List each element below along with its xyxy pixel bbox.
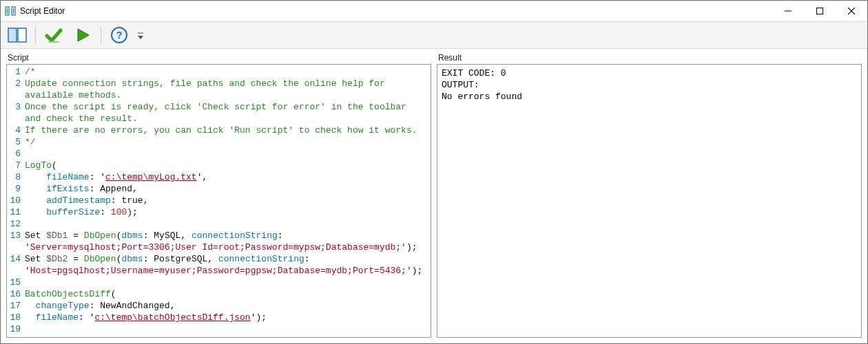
result-panel-label: Result	[437, 53, 862, 64]
line-number: 6	[7, 148, 25, 160]
script-panel-label: Script	[6, 53, 431, 64]
maximize-button[interactable]	[804, 1, 836, 21]
line-number: 10	[7, 195, 25, 206]
line-number: 8	[7, 171, 25, 183]
toolbar-overflow-button[interactable]	[136, 24, 145, 46]
line-number: 5	[7, 136, 25, 148]
toolbar-separator	[101, 26, 101, 44]
line-number: 12	[7, 218, 25, 230]
content-area: Script 1/* 2Update connection strings, f…	[1, 49, 867, 343]
minimize-button[interactable]	[772, 1, 804, 21]
line-number: 13	[7, 230, 25, 241]
line-number: 9	[7, 183, 25, 195]
script-editor[interactable]: 1/* 2Update connection strings, file pat…	[6, 64, 431, 338]
line-number: 19	[7, 323, 25, 335]
result-line: OUTPUT:	[442, 80, 479, 90]
line-number: 15	[7, 277, 25, 288]
line-number: 2	[7, 78, 25, 89]
svg-marker-11	[78, 29, 89, 41]
toolbar-separator	[35, 26, 36, 44]
toolbar: ?	[1, 21, 867, 49]
line-number: 7	[7, 160, 25, 171]
window-title: Script Editor	[20, 6, 772, 16]
help-button[interactable]: ?	[107, 24, 132, 46]
script-panel: Script 1/* 2Update connection strings, f…	[6, 53, 431, 338]
svg-rect-5	[817, 8, 823, 14]
line-number: 4	[7, 125, 25, 136]
line-number: 18	[7, 312, 25, 323]
line-number: 16	[7, 288, 25, 300]
result-line: No errors found	[442, 92, 522, 102]
result-output[interactable]: EXIT CODE: 0 OUTPUT: No errors found	[437, 64, 862, 338]
svg-rect-8	[8, 28, 17, 42]
toggle-panels-button[interactable]	[5, 24, 30, 46]
script-editor-window: Script Editor	[0, 0, 868, 344]
window-controls	[772, 1, 867, 21]
titlebar[interactable]: Script Editor	[1, 1, 867, 21]
line-number: 3	[7, 101, 25, 113]
line-number: 17	[7, 300, 25, 312]
svg-text:?: ?	[116, 29, 122, 41]
app-icon	[5, 6, 16, 17]
svg-marker-15	[138, 36, 143, 39]
line-number: 11	[7, 206, 25, 218]
result-line: EXIT CODE: 0	[442, 68, 506, 78]
svg-point-10	[48, 41, 60, 43]
line-number: 14	[7, 253, 25, 265]
run-script-button[interactable]	[70, 24, 95, 46]
result-panel: Result EXIT CODE: 0 OUTPUT: No errors fo…	[437, 53, 862, 338]
svg-rect-9	[18, 28, 26, 42]
line-number: 1	[7, 66, 25, 78]
check-script-button[interactable]	[41, 24, 66, 46]
close-button[interactable]	[836, 1, 867, 21]
